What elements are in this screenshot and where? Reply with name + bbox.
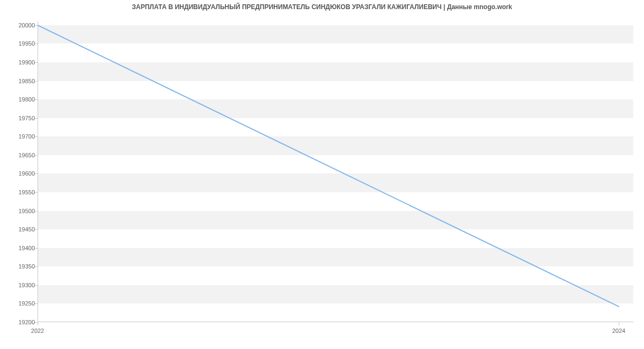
y-tick-label: 20000 [5, 22, 35, 28]
y-tick-label: 19900 [5, 59, 35, 66]
y-tick-label: 19200 [5, 319, 35, 325]
x-tick [38, 322, 38, 325]
y-tick-label: 19800 [5, 96, 35, 103]
y-tick-label: 19500 [5, 208, 35, 214]
chart-title: ЗАРПЛАТА В ИНДИВИДУАЛЬНЫЙ ПРЕДПРИНИМАТЕЛ… [0, 3, 644, 11]
y-tick-label: 19850 [5, 78, 35, 84]
plot-area-wrapper: 1920019250193001935019400194501950019550… [38, 21, 633, 322]
y-tick-label: 19250 [5, 300, 35, 307]
plot-area [38, 21, 633, 322]
y-tick-label: 19550 [5, 189, 35, 195]
y-tick-label: 19700 [5, 133, 35, 140]
y-tick-label: 19600 [5, 170, 35, 177]
y-tick-label: 19300 [5, 282, 35, 288]
data-line [38, 21, 633, 322]
x-tick-label: 2024 [612, 328, 625, 334]
x-tick-label: 2022 [31, 328, 44, 334]
y-tick-label: 19350 [5, 263, 35, 270]
x-tick [619, 322, 619, 325]
y-tick-label: 19400 [5, 245, 35, 251]
y-tick-label: 19450 [5, 226, 35, 232]
chart-container: ЗАРПЛАТА В ИНДИВИДУАЛЬНЫЙ ПРЕДПРИНИМАТЕЛ… [0, 0, 644, 349]
y-tick-label: 19950 [5, 40, 35, 47]
y-tick-label: 19750 [5, 115, 35, 121]
y-tick-label: 19650 [5, 152, 35, 158]
